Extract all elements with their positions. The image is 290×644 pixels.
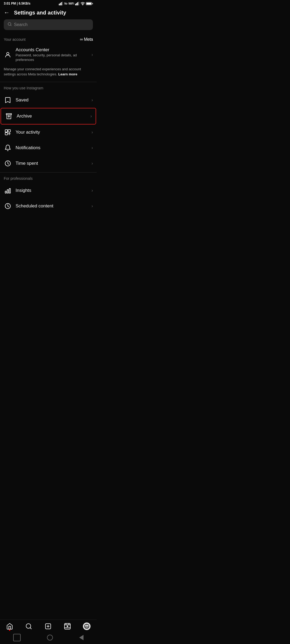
learn-more-link[interactable]: Learn more bbox=[58, 72, 77, 76]
header: ← Settings and activity bbox=[0, 6, 97, 19]
time-spent-content: Time spent bbox=[16, 161, 88, 166]
status-icons: Vo WiFi bbox=[59, 2, 93, 5]
divider-1 bbox=[0, 82, 97, 82]
time-spent-chevron: › bbox=[92, 161, 93, 166]
clock-icon bbox=[4, 159, 12, 167]
how-you-use-label: How you use Instagram bbox=[4, 86, 43, 90]
svg-rect-1 bbox=[60, 3, 61, 5]
insights-content: Insights bbox=[16, 188, 88, 193]
how-you-use-header: How you use Instagram bbox=[0, 83, 97, 92]
search-placeholder: Search bbox=[14, 22, 28, 27]
insights-chevron: › bbox=[92, 188, 93, 193]
divider-2 bbox=[0, 172, 97, 173]
svg-rect-16 bbox=[5, 191, 6, 193]
svg-rect-14 bbox=[5, 133, 8, 135]
saved-content: Saved bbox=[16, 97, 88, 103]
svg-point-8 bbox=[82, 5, 83, 5]
archive-item[interactable]: Archive › bbox=[1, 108, 96, 125]
wifi-label: WiFi bbox=[68, 2, 74, 5]
svg-rect-18 bbox=[9, 188, 10, 193]
svg-rect-3 bbox=[62, 2, 63, 5]
scheduled-content-chevron: › bbox=[92, 204, 93, 208]
svg-rect-12 bbox=[5, 130, 8, 132]
notifications-title: Notifications bbox=[16, 145, 88, 151]
accounts-center-subtitle: Password, security, personal details, ad… bbox=[16, 53, 88, 62]
search-bar[interactable]: Search bbox=[4, 19, 93, 30]
bookmark-icon bbox=[4, 96, 12, 104]
notifications-chevron: › bbox=[92, 145, 93, 150]
accounts-center-item[interactable]: Accounts Center Password, security, pers… bbox=[0, 44, 97, 65]
your-activity-chevron: › bbox=[92, 130, 93, 135]
insights-item[interactable]: Insights › bbox=[0, 183, 97, 198]
svg-rect-7 bbox=[78, 2, 79, 5]
svg-line-10 bbox=[10, 25, 11, 26]
accounts-center-chevron: › bbox=[92, 52, 93, 57]
your-activity-content: Your activity bbox=[16, 130, 88, 135]
vo-label: Vo bbox=[64, 2, 67, 5]
accounts-center-content: Accounts Center Password, security, pers… bbox=[16, 47, 88, 62]
svg-rect-5 bbox=[76, 3, 77, 5]
scheduled-content-title: Scheduled content bbox=[16, 203, 88, 209]
svg-rect-4 bbox=[75, 4, 76, 5]
svg-rect-0 bbox=[59, 4, 60, 5]
svg-rect-17 bbox=[7, 190, 8, 193]
saved-item[interactable]: Saved › bbox=[0, 92, 97, 108]
time-spent-title: Time spent bbox=[16, 161, 88, 166]
svg-point-11 bbox=[7, 52, 9, 55]
scheduled-content-content: Scheduled content bbox=[16, 203, 88, 209]
wifi-icon bbox=[81, 2, 85, 5]
insights-title: Insights bbox=[16, 188, 88, 193]
signal-icon bbox=[59, 2, 63, 5]
page-title: Settings and activity bbox=[14, 10, 66, 16]
meta-logo: ∞ Meta bbox=[80, 37, 93, 42]
chart-icon bbox=[4, 186, 12, 195]
for-professionals-label: For professionals bbox=[4, 176, 32, 181]
accounts-center-title: Accounts Center bbox=[16, 47, 88, 53]
your-activity-item[interactable]: Your activity › bbox=[0, 125, 97, 140]
activity-icon bbox=[4, 128, 12, 136]
signal2-icon bbox=[75, 2, 79, 5]
your-account-header: Your account ∞ Meta bbox=[0, 34, 97, 44]
scheduled-content-item[interactable]: Scheduled content › bbox=[0, 198, 97, 214]
meta-description: Manage your connected experiences and ac… bbox=[0, 65, 97, 81]
account-icon bbox=[4, 51, 12, 59]
search-icon bbox=[8, 22, 12, 27]
svg-rect-6 bbox=[77, 2, 78, 5]
scheduled-icon bbox=[4, 202, 12, 210]
svg-rect-2 bbox=[61, 2, 62, 5]
your-activity-title: Your activity bbox=[16, 130, 88, 135]
status-bar: 3:01 PM | 6.5KB/s Vo WiFi bbox=[0, 0, 97, 6]
your-account-label: Your account bbox=[4, 37, 26, 42]
back-button[interactable]: ← bbox=[4, 9, 10, 16]
archive-chevron: › bbox=[90, 114, 92, 119]
bell-icon bbox=[4, 144, 12, 152]
notifications-content: Notifications bbox=[16, 145, 88, 151]
battery-icon bbox=[86, 2, 93, 5]
svg-rect-13 bbox=[8, 130, 10, 132]
saved-chevron: › bbox=[92, 98, 93, 103]
saved-title: Saved bbox=[16, 97, 88, 103]
archive-title: Archive bbox=[17, 114, 87, 119]
main-content: Search Your account ∞ Meta Accounts Cent… bbox=[0, 19, 97, 246]
time-spent-item[interactable]: Time spent › bbox=[0, 156, 97, 171]
status-time: 3:01 PM | 6.5KB/s bbox=[4, 2, 30, 5]
notifications-item[interactable]: Notifications › bbox=[0, 140, 97, 156]
for-professionals-header: For professionals bbox=[0, 174, 97, 183]
archive-content: Archive bbox=[17, 114, 87, 119]
archive-icon bbox=[5, 112, 13, 120]
